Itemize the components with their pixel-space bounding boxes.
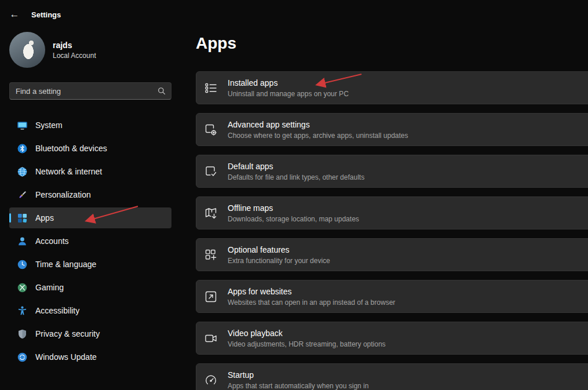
settings-row-default-apps[interactable]: Default apps Defaults for file and link … — [196, 155, 588, 188]
settings-row-advanced-app-settings[interactable]: Advanced app settings Choose where to ge… — [196, 113, 588, 146]
row-subtitle: Downloads, storage location, map updates — [228, 215, 359, 223]
search-box — [9, 82, 171, 100]
row-subtitle: Websites that can open in an app instead… — [228, 298, 395, 307]
system-icon — [17, 120, 28, 131]
row-subtitle: Video adjustments, HDR streaming, batter… — [228, 340, 386, 348]
row-subtitle: Extra functionality for your device — [228, 257, 330, 265]
avatar — [9, 32, 45, 68]
sidebar-item-apps[interactable]: Apps — [9, 207, 171, 228]
row-subtitle: Apps that start automatically when you s… — [228, 382, 368, 390]
row-title: Installed apps — [228, 78, 349, 88]
apps-for-websites-icon — [203, 289, 218, 304]
settings-row-startup[interactable]: Startup Apps that start automatically wh… — [196, 363, 588, 390]
time-language-icon — [17, 259, 28, 270]
accessibility-icon — [17, 305, 28, 316]
sidebar-item-label: Windows Update — [35, 352, 97, 362]
sidebar-item-label: Apps — [35, 213, 54, 223]
sidebar-item-system[interactable]: System — [9, 115, 171, 136]
sidebar-item-bluetooth-devices[interactable]: Bluetooth & devices — [9, 138, 171, 159]
window-title: Settings — [31, 10, 61, 19]
sidebar-item-accessibility[interactable]: Accessibility — [9, 300, 171, 321]
window-header: ← Settings — [8, 8, 61, 21]
settings-row-video-playback[interactable]: Video playback Video adjustments, HDR st… — [196, 322, 588, 355]
row-subtitle: Uninstall and manage apps on your PC — [228, 90, 349, 98]
bluetooth-icon — [17, 143, 28, 154]
default-apps-icon — [203, 164, 218, 179]
accounts-icon — [17, 236, 28, 247]
sidebar-item-windows-update[interactable]: Windows Update — [9, 347, 171, 367]
sidebar-item-label: Personalization — [35, 190, 91, 199]
network-icon — [17, 166, 28, 177]
user-account-type: Local Account — [53, 52, 96, 60]
settings-row-offline-maps[interactable]: Offline maps Downloads, storage location… — [196, 196, 588, 229]
offline-maps-icon — [203, 206, 218, 221]
sidebar-item-label: Gaming — [35, 283, 64, 292]
sidebar-item-personalization[interactable]: Personalization — [9, 184, 171, 205]
search-input[interactable] — [9, 82, 171, 100]
optional-features-icon — [203, 247, 218, 263]
apps-icon — [17, 213, 28, 224]
settings-row-optional-features[interactable]: Optional features Extra functionality fo… — [196, 238, 588, 271]
windows-update-icon — [17, 352, 28, 363]
sidebar-item-label: Accessibility — [35, 306, 79, 315]
video-playback-icon — [203, 331, 218, 346]
sidebar-item-network-internet[interactable]: Network & internet — [9, 161, 171, 182]
sidebar-item-label: Privacy & security — [35, 329, 100, 338]
settings-row-installed-apps[interactable]: Installed apps Uninstall and manage apps… — [196, 71, 588, 104]
installed-apps-icon — [203, 81, 218, 96]
user-account-card[interactable]: rajds Local Account — [9, 31, 171, 68]
row-subtitle: Defaults for file and link types, other … — [228, 173, 364, 181]
sidebar-item-label: Time & language — [35, 260, 96, 269]
sidebar-item-privacy-security[interactable]: Privacy & security — [9, 323, 171, 344]
startup-icon — [203, 373, 218, 388]
user-name: rajds — [53, 41, 96, 50]
row-subtitle: Choose where to get apps, archive apps, … — [228, 132, 408, 140]
sidebar-item-accounts[interactable]: Accounts — [9, 231, 171, 252]
sidebar-item-time-language[interactable]: Time & language — [9, 254, 171, 275]
row-title: Startup — [228, 370, 368, 380]
row-title: Video playback — [228, 329, 386, 338]
settings-row-apps-for-websites[interactable]: Apps for websites Websites that can open… — [196, 280, 588, 313]
privacy-security-icon — [17, 329, 28, 340]
row-title: Optional features — [228, 245, 330, 254]
advanced-app-settings-icon — [203, 122, 218, 137]
back-icon[interactable]: ← — [8, 8, 21, 21]
sidebar: rajds Local Account System — [9, 31, 171, 370]
main-content: Apps Installed apps Uninstall and manage… — [196, 34, 588, 390]
row-title: Default apps — [228, 162, 364, 171]
gaming-icon — [17, 282, 28, 293]
sidebar-item-label: Bluetooth & devices — [35, 144, 107, 153]
personalization-icon — [17, 189, 28, 201]
sidebar-item-label: System — [35, 121, 63, 130]
page-title: Apps — [196, 34, 588, 53]
row-title: Offline maps — [228, 203, 359, 213]
sidebar-item-gaming[interactable]: Gaming — [9, 277, 171, 298]
sidebar-item-label: Accounts — [35, 236, 69, 246]
row-title: Advanced app settings — [228, 120, 408, 129]
sidebar-item-label: Network & internet — [35, 167, 102, 176]
search-icon — [156, 86, 167, 96]
row-title: Apps for websites — [228, 287, 395, 296]
sidebar-nav: System Bluetooth & devices — [9, 115, 171, 367]
